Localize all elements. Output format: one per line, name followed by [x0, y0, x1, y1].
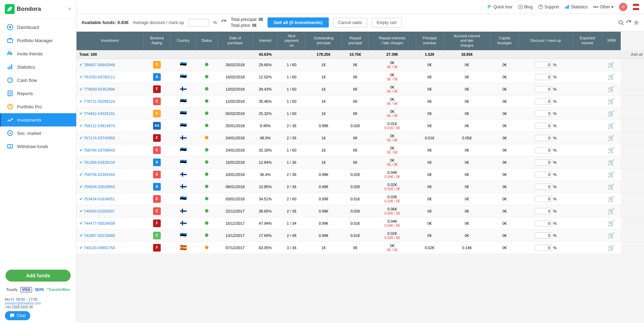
discount-input[interactable]: [535, 98, 552, 105]
add-to-cart-icon[interactable]: 🛒: [608, 232, 615, 238]
statistics-link[interactable]: Statistics: [565, 5, 588, 9]
add-to-cart-icon[interactable]: 🛒: [608, 86, 615, 92]
other-link[interactable]: ••• Other ▾: [593, 4, 613, 10]
sidebar-item-statistics[interactable]: Statistics: [0, 60, 76, 74]
add-to-cart-icon[interactable]: 🛒: [608, 196, 615, 202]
settings-icon[interactable]: [634, 20, 639, 25]
add-all-button[interactable]: Add all: [631, 52, 643, 56]
add-to-cart-icon[interactable]: 🛒: [608, 220, 615, 226]
xirr-cell: 🛒: [602, 59, 621, 71]
investment-link[interactable]: ✔ 767174-53743950: [79, 136, 142, 140]
col-date[interactable]: Date ofpurchase: [217, 32, 253, 50]
investment-link[interactable]: ✔ 779050-55352896: [79, 87, 142, 92]
investment-link[interactable]: ✔ 774452-54526191: [79, 111, 142, 116]
sidebar-item-dashboard[interactable]: Dashboard: [0, 21, 76, 34]
country-cell: 🇪🇪: [170, 71, 196, 83]
col-investment[interactable]: Investment: [77, 32, 143, 50]
discount-input[interactable]: [535, 171, 552, 178]
discount-input[interactable]: [535, 196, 552, 202]
discount-input[interactable]: [535, 74, 552, 80]
user-avatar[interactable]: U: [619, 3, 627, 11]
investment-link[interactable]: ✔ 749459-51092937: [79, 209, 142, 214]
discount-input[interactable]: [535, 123, 552, 129]
add-funds-button[interactable]: Add funds: [6, 270, 71, 282]
next-payment-cell: 2 / 36: [278, 180, 305, 193]
sidebar-item-investments[interactable]: Investments: [0, 113, 76, 126]
col-next-payment[interactable]: Nextpaymentno: [278, 32, 305, 50]
investment-link[interactable]: ✔ 756924-52028955: [79, 184, 142, 189]
col-rating[interactable]: BondoraRating: [143, 32, 170, 50]
rating-badge: E: [153, 207, 161, 215]
add-to-cart-icon[interactable]: 🛒: [608, 123, 615, 129]
investment-link[interactable]: ✔ 786667-56642948: [79, 62, 142, 67]
col-xirr[interactable]: XIRR: [602, 32, 621, 50]
investment-link[interactable]: ✔ 742987-50233680: [79, 233, 142, 238]
col-status[interactable]: Status: [196, 32, 217, 50]
rating-badge: F: [153, 220, 161, 227]
country-cell: 🇫🇮: [170, 180, 196, 193]
discount-input[interactable]: [535, 208, 552, 214]
add-to-cart-icon[interactable]: 🛒: [608, 147, 615, 153]
cancel-sales-button[interactable]: Cancel sales: [333, 18, 367, 28]
sell-all-button[interactable]: Sell all (0 Investments): [268, 17, 329, 28]
sidebar-item-portfolio-manager[interactable]: Portfolio Manager: [0, 34, 76, 47]
investment-link[interactable]: ✔ 753434-51634051: [79, 197, 142, 201]
col-discount[interactable]: Discount / mark-up: [519, 32, 573, 50]
col-interest[interactable]: Interest: [253, 32, 278, 50]
discount-input[interactable]: [535, 220, 552, 226]
investment-link[interactable]: ✔ 778721-55288124: [79, 99, 142, 104]
add-to-cart-icon[interactable]: 🛒: [608, 62, 615, 68]
refresh-icon-2[interactable]: [626, 20, 631, 25]
add-to-cart-icon[interactable]: 🛒: [608, 159, 615, 165]
add-to-cart-icon[interactable]: 🛒: [608, 98, 615, 104]
investment-link[interactable]: ✔ 740130-49801750: [79, 245, 142, 250]
quick-tour-link[interactable]: Quick tour: [487, 5, 512, 9]
discount-input[interactable]: [535, 86, 552, 92]
markup-input[interactable]: [188, 19, 209, 26]
investment-link[interactable]: ✔ 768112-53814874: [79, 123, 142, 128]
search-icon[interactable]: [618, 20, 624, 25]
add-to-cart-icon[interactable]: 🛒: [608, 245, 615, 251]
investment-link[interactable]: ✔ 758756-52369165: [79, 172, 142, 177]
investment-link[interactable]: ✔ 766764-53708643: [79, 148, 142, 153]
col-country[interactable]: Country: [170, 32, 196, 50]
sidebar-item-withdraw[interactable]: Withdraw funds: [0, 140, 76, 153]
investment-link[interactable]: ✔ 781550-55780111: [79, 75, 142, 79]
add-to-cart-icon[interactable]: 🛒: [608, 74, 615, 80]
support-email[interactable]: investor@bondora.com: [5, 301, 41, 305]
discount-input[interactable]: [535, 245, 552, 251]
investment-link[interactable]: ✔ 744477-50534508: [79, 221, 142, 226]
discount-input[interactable]: [535, 147, 552, 153]
discount-input[interactable]: [535, 159, 552, 166]
add-to-cart-icon[interactable]: 🛒: [608, 110, 615, 116]
col-accrued[interactable]: Accrued interestand latecharges: [443, 32, 491, 50]
sidebar-item-reports[interactable]: Reports: [0, 87, 76, 100]
investment-link[interactable]: ✔ 761369-52928234: [79, 160, 142, 165]
support-link[interactable]: Support: [538, 5, 559, 9]
col-capital[interactable]: Capitalloss/gain: [491, 32, 519, 50]
sidebar-item-invite[interactable]: Invite friends: [0, 47, 76, 60]
col-repaid-interests[interactable]: Repaid interests/ late charges: [368, 32, 416, 50]
discount-input[interactable]: [535, 62, 552, 68]
discount-input[interactable]: [535, 135, 552, 141]
sidebar-item-portfolio-pro[interactable]: Portfolio Pro: [0, 100, 76, 113]
blog-link[interactable]: Blog: [518, 5, 533, 9]
col-repaid-principal[interactable]: Repaidprincipal: [342, 32, 368, 50]
col-outstanding[interactable]: Outstandingprincipal: [305, 32, 342, 50]
add-to-cart-icon[interactable]: 🛒: [608, 208, 615, 214]
empty-cart-button[interactable]: Empty cart: [372, 18, 402, 28]
close-icon[interactable]: ×: [68, 6, 71, 12]
chat-button[interactable]: Chat: [5, 311, 30, 320]
add-to-cart-icon[interactable]: 🛒: [608, 135, 615, 141]
refresh-button[interactable]: [221, 19, 226, 26]
add-to-cart-icon[interactable]: 🛒: [608, 184, 615, 190]
sidebar-item-sec-market[interactable]: Sec. market: [0, 126, 76, 140]
col-expected-income[interactable]: Expectedincome: [573, 32, 602, 50]
rating-badge: F: [153, 244, 161, 252]
discount-input[interactable]: [535, 184, 552, 190]
col-principal-overdue[interactable]: Principaloverdue: [416, 32, 443, 50]
discount-input[interactable]: [535, 232, 552, 239]
discount-input[interactable]: [535, 110, 552, 117]
add-to-cart-icon[interactable]: 🛒: [608, 171, 615, 177]
sidebar-item-cashflow[interactable]: Cash flow: [0, 74, 76, 87]
